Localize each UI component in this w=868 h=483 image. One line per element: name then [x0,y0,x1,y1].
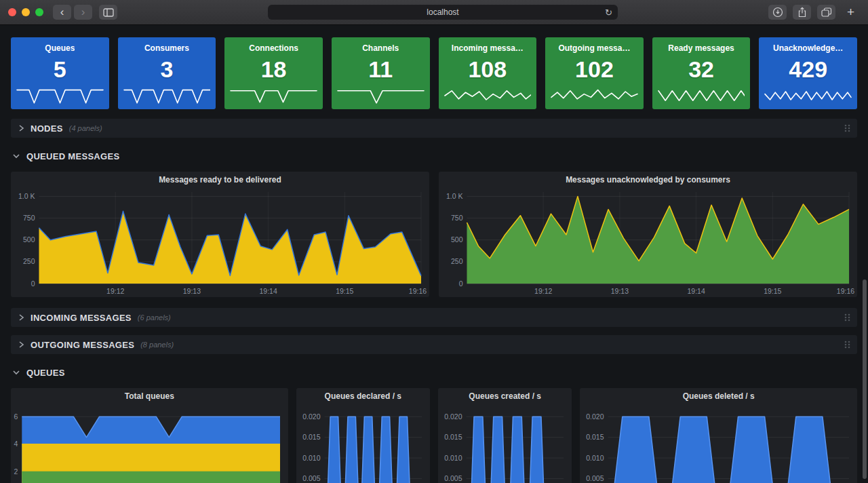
stat-value: 32 [688,53,714,86]
chart-queues-created[interactable]: 0.0050.0100.0150.020 [438,404,572,483]
nav-buttons: ‹ › [53,5,92,20]
row-queues[interactable]: QUEUES [11,362,857,383]
back-icon: ‹ [60,5,64,19]
stat-value: 5 [54,53,66,86]
svg-text:19:13: 19:13 [183,287,201,295]
row-title: NODES [31,123,63,134]
chart-messages-ready[interactable]: 19:1219:1319:1419:1519:1602505007501.0 K [11,188,429,297]
stat-title: Unacknowledge… [773,43,843,53]
stat-title: Consumers [144,43,189,53]
svg-text:0.010: 0.010 [587,454,604,462]
url-text: localhost [427,7,458,17]
chart-queues-declared[interactable]: 0.0050.0100.0150.020 [296,404,430,483]
svg-text:4: 4 [14,440,18,448]
chevron-down-icon [12,153,20,159]
row-incoming-messages[interactable]: INCOMING MESSAGES (6 panels) [11,308,857,327]
scrollbar[interactable] [863,279,867,479]
row-outgoing-messages[interactable]: OUTGOING MESSAGES (8 panels) [11,335,857,354]
plus-icon: + [847,5,854,20]
row-panel-count: (4 panels) [69,124,102,132]
close-window-button[interactable] [8,8,16,16]
chevron-down-icon [12,369,20,376]
panel-title[interactable]: Queues deleted / s [580,388,857,404]
panel-title[interactable]: Messages ready to be delivered [11,172,429,188]
stat-value: 102 [575,53,614,86]
stat-panel[interactable]: Consumers 3 [118,37,216,109]
stat-panel[interactable]: Outgoing messa… 102 [545,37,644,109]
chart-queues-deleted[interactable]: 0.0050.0100.0150.020 [580,404,857,483]
svg-text:500: 500 [451,235,463,244]
row-panel-count: (8 panels) [140,341,174,349]
browser-toolbar: ‹ › localhost ↻ + [0,0,868,25]
stat-title: Incoming messa… [452,43,524,53]
stat-value: 108 [468,53,507,86]
svg-text:19:15: 19:15 [764,287,781,295]
stat-panel[interactable]: Ready messages 32 [652,37,751,109]
svg-text:0.015: 0.015 [444,433,462,441]
stat-value: 3 [160,53,173,86]
panel-title[interactable]: Total queues [11,388,288,404]
stat-title: Ready messages [668,43,734,53]
drag-handle-icon[interactable] [844,313,850,322]
svg-text:19:16: 19:16 [409,287,427,295]
drag-handle-icon[interactable] [844,123,850,133]
stat-title: Queues [45,43,75,53]
stat-title: Outgoing messa… [558,43,630,53]
downloads-button[interactable] [768,5,787,20]
svg-text:19:13: 19:13 [611,287,629,295]
window-controls [8,8,43,16]
stat-panel[interactable]: Connections 18 [224,37,323,109]
stat-sparkline [337,86,425,105]
svg-text:0.020: 0.020 [302,412,320,421]
svg-text:1.0 K: 1.0 K [18,192,35,200]
panel-messages-ready: Messages ready to be delivered 19:1219:1… [11,172,429,297]
svg-text:750: 750 [451,214,463,222]
panel-messages-unacknowledged: Messages unacknowledged by consumers 19:… [439,172,857,297]
panel-queues-deleted: Queues deleted / s 0.0050.0100.0150.020 [580,388,857,483]
stat-sparkline [230,86,317,105]
panel-total-queues: Total queues 246 [11,388,288,483]
sidebar-icon [103,8,114,17]
reload-icon[interactable]: ↻ [605,8,612,17]
stat-panel[interactable]: Channels 11 [332,37,430,109]
new-tab-button[interactable]: + [842,5,860,20]
tab-overview-button[interactable] [817,5,835,20]
zoom-window-button[interactable] [35,8,43,16]
forward-button[interactable]: › [74,5,92,20]
panel-title[interactable]: Messages unacknowledged by consumers [439,172,857,188]
panel-title[interactable]: Queues declared / s [296,388,430,404]
stat-title: Channels [362,43,399,53]
share-button[interactable] [793,5,811,20]
chart-messages-unacknowledged[interactable]: 19:1219:1319:1419:1519:1602505007501.0 K [439,188,857,297]
row-queued-messages[interactable]: QUEUED MESSAGES [11,146,857,166]
svg-text:0.005: 0.005 [587,474,604,482]
drag-handle-icon[interactable] [844,340,850,349]
row-panel-count: (6 panels) [138,313,171,322]
stat-panel[interactable]: Incoming messa… 108 [439,37,537,109]
svg-text:500: 500 [23,235,35,244]
address-bar[interactable]: localhost ↻ [268,5,618,20]
row-title: QUEUED MESSAGES [26,151,119,161]
row-title: QUEUES [26,368,65,378]
stat-panel[interactable]: Queues 5 [11,37,109,109]
stat-sparkline [658,86,745,105]
svg-text:0.020: 0.020 [587,412,604,421]
chart-total-queues[interactable]: 246 [11,404,288,483]
stat-panel[interactable]: Unacknowledge… 429 [759,37,857,109]
svg-text:19:14: 19:14 [687,287,705,295]
svg-text:0.015: 0.015 [302,433,320,441]
back-button[interactable]: ‹ [53,5,71,20]
sidebar-toggle-button[interactable] [99,5,117,20]
queues-panels: Total queues 246 Queues declared / s 0.0… [11,388,857,483]
row-nodes[interactable]: NODES (4 panels) [11,119,857,138]
svg-text:0.020: 0.020 [444,412,462,421]
minimize-window-button[interactable] [22,8,30,16]
svg-text:0.015: 0.015 [587,433,604,441]
stat-sparkline [764,86,852,105]
chevron-right-icon [18,313,24,322]
share-icon [797,7,807,18]
stat-panels-row: Queues 5 Consumers 3 Connections 18 Chan… [11,37,857,109]
panel-title[interactable]: Queues created / s [438,388,572,404]
chevron-right-icon [18,124,24,132]
panel-queues-created: Queues created / s 0.0050.0100.0150.020 [438,388,572,483]
